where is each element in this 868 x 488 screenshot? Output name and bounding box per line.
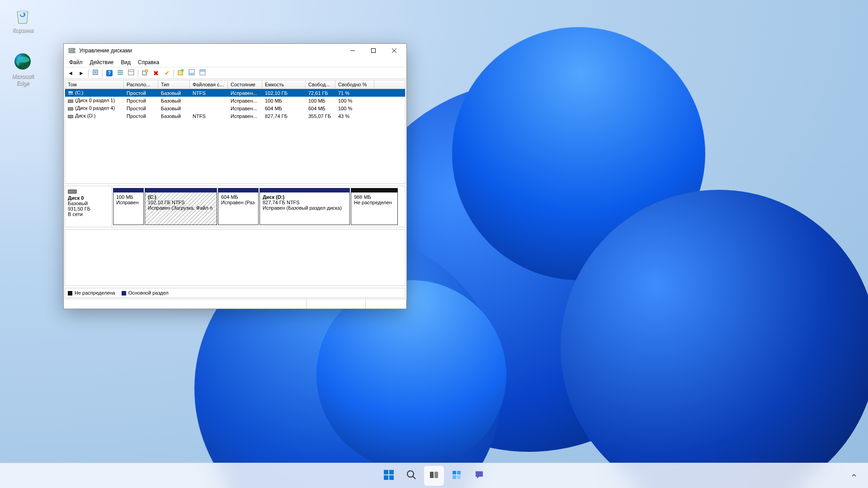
toolbar-check-button[interactable]: ✔ <box>162 68 172 78</box>
menu-file[interactable]: Файл <box>66 58 86 66</box>
toolbar-properties-button[interactable] <box>140 68 150 78</box>
toolbar-delete-button[interactable]: ✖ <box>151 68 161 78</box>
toolbar-separator <box>138 69 138 77</box>
toolbar-topview-button[interactable] <box>198 68 208 78</box>
partition-info: (C:)102,10 ГБ NTFSИсправен (Загрузка, Фа… <box>145 192 217 225</box>
partition-box[interactable]: Диск (D:)827,74 ГБ NTFSИсправен (Базовый… <box>259 188 350 225</box>
partition-box[interactable]: 100 МБИсправен <box>113 188 144 225</box>
volume-row[interactable]: (C:)ПростойБазовыйNTFSИсправен...102,10 … <box>65 89 405 97</box>
svg-rect-24 <box>200 70 205 72</box>
partition-cap <box>145 188 217 192</box>
toolbar-separator <box>174 69 174 77</box>
svg-rect-35 <box>389 475 394 480</box>
tray-overflow-button[interactable] <box>846 468 862 483</box>
windows-start-icon <box>383 469 395 483</box>
window-titlebar[interactable]: Управление дисками <box>64 44 406 57</box>
volume-icon <box>68 114 73 119</box>
volume-list[interactable]: Том Располо... Тип Файловая с... Состоян… <box>65 80 406 184</box>
widgets-icon <box>451 469 462 482</box>
svg-rect-39 <box>434 472 438 478</box>
check-icon: ✔ <box>165 70 170 76</box>
taskbar-chat-button[interactable] <box>469 466 489 486</box>
volume-row[interactable]: (Диск 0 раздел 1)ПростойБазовыйИсправен.… <box>65 97 405 104</box>
toolbar-forward-button[interactable]: ► <box>76 68 86 78</box>
window-minimize-button[interactable] <box>342 44 363 57</box>
taskbar-start-button[interactable] <box>379 466 399 486</box>
partition-info: 988 МБНе распределен <box>351 192 397 225</box>
menu-help[interactable]: Справка <box>134 58 163 66</box>
legend-primary: Основной раздел <box>122 290 169 296</box>
svg-point-18 <box>145 70 148 72</box>
svg-rect-30 <box>68 190 77 193</box>
edge-icon <box>13 52 33 71</box>
column-layout[interactable]: Располо... <box>124 80 158 89</box>
column-free[interactable]: Свобод... <box>306 80 335 89</box>
legend-swatch-icon <box>68 291 72 296</box>
detail-icon <box>128 69 134 77</box>
toolbar-back-button[interactable]: ◄ <box>66 68 75 78</box>
svg-rect-34 <box>384 475 388 480</box>
menu-view[interactable]: Вид <box>117 58 134 66</box>
svg-rect-38 <box>430 472 434 478</box>
column-type[interactable]: Тип <box>158 80 190 89</box>
desktop-icon-recycle-bin[interactable]: Корзина <box>5 5 41 33</box>
window-close-button[interactable] <box>384 44 405 57</box>
taskbar <box>0 463 868 488</box>
toolbar-refresh-button[interactable] <box>90 68 100 78</box>
svg-rect-42 <box>453 475 456 479</box>
partition-cap <box>113 188 143 192</box>
column-status[interactable]: Состояние <box>228 80 262 89</box>
toolbar-detail-button[interactable] <box>126 68 136 78</box>
desktop-icons: Корзина Microsoft Edge <box>5 5 41 86</box>
toolbar-newvol-button[interactable] <box>176 68 186 78</box>
window-maximize-button[interactable] <box>363 44 384 57</box>
volume-row[interactable]: Диск (D:)ПростойБазовыйNTFSИсправен...82… <box>65 112 405 120</box>
svg-rect-29 <box>68 115 73 118</box>
svg-rect-26 <box>68 91 73 93</box>
column-fs[interactable]: Файловая с... <box>190 80 228 89</box>
toolbar-help-button[interactable]: ? <box>104 68 114 78</box>
partition-box[interactable]: (C:)102,10 ГБ NTFSИсправен (Загрузка, Фа… <box>145 188 217 225</box>
svg-rect-27 <box>68 100 73 103</box>
legend-label: Основной раздел <box>128 290 169 296</box>
chevron-up-icon <box>851 472 857 480</box>
volume-row[interactable]: (Диск 0 раздел 4)ПростойБазовыйИсправен.… <box>65 104 405 112</box>
menubar: Файл Действие Вид Справка <box>64 57 406 67</box>
partition-cap <box>351 188 397 192</box>
partition-box[interactable]: 604 МБИсправен (Раз <box>218 188 259 225</box>
recycle-bin-icon <box>13 5 33 25</box>
partition-info: 100 МБИсправен <box>113 192 143 225</box>
svg-rect-14 <box>118 74 123 75</box>
disk-size: 931,50 ГБ <box>68 206 109 211</box>
partition-cap <box>218 188 258 192</box>
disk-graph[interactable]: Диск 0 Базовый 931,50 ГБ В сети 100 МБИс… <box>65 186 406 227</box>
menu-action[interactable]: Действие <box>86 58 118 66</box>
column-capacity[interactable]: Емкость <box>262 80 306 89</box>
column-volume[interactable]: Том <box>65 80 124 89</box>
toolbar-bottomview-button[interactable] <box>187 68 197 78</box>
svg-rect-40 <box>453 471 456 474</box>
taskbar-widgets-button[interactable] <box>447 466 467 486</box>
legend-label: Не распределена <box>75 290 115 296</box>
svg-line-37 <box>413 476 415 479</box>
svg-point-31 <box>74 191 75 192</box>
toolbar-list-button[interactable] <box>115 68 125 78</box>
disk-name: Диск 0 <box>68 195 109 201</box>
column-freepct[interactable]: Свободно % <box>335 80 374 89</box>
desktop-icon-edge[interactable]: Microsoft Edge <box>5 52 41 86</box>
window-title: Управление дисками <box>79 47 342 54</box>
volume-list-header: Том Располо... Тип Файловая с... Состоян… <box>65 80 405 89</box>
taskbar-taskview-button[interactable] <box>424 466 444 486</box>
toolbar: ◄ ► ? ✖ ✔ <box>64 67 406 79</box>
properties-icon <box>142 69 148 77</box>
taskbar-search-button[interactable] <box>401 466 421 486</box>
task-view-icon <box>429 469 439 482</box>
arrow-right-icon: ► <box>79 70 84 76</box>
legend-unallocated: Не распределена <box>68 290 115 296</box>
refresh-icon <box>92 69 99 77</box>
new-volume-icon <box>178 69 184 77</box>
desktop-icon-label: Microsoft Edge <box>5 73 41 86</box>
partition-cap <box>260 188 349 192</box>
window-controls <box>342 44 405 57</box>
partition-box[interactable]: 988 МБНе распределен <box>351 188 398 225</box>
